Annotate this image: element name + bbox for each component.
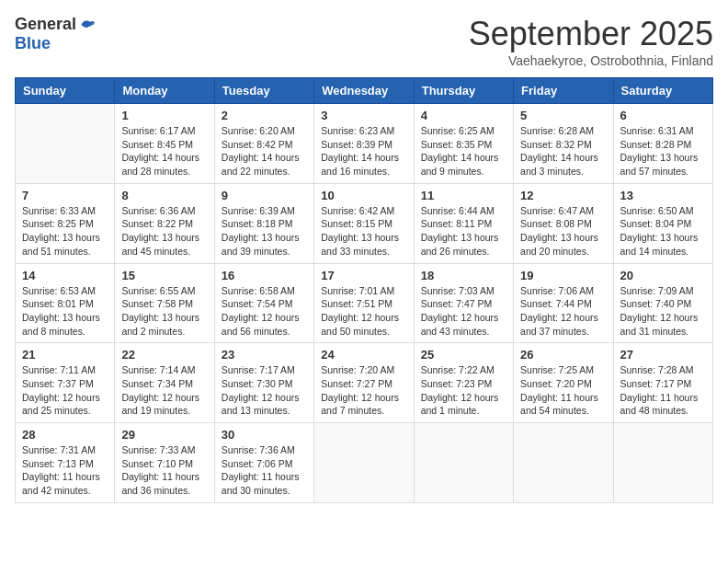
- day-info: Sunrise: 7:28 AMSunset: 7:17 PMDaylight:…: [620, 363, 706, 418]
- day-info: Sunrise: 7:09 AMSunset: 7:40 PMDaylight:…: [620, 284, 706, 339]
- day-number: 21: [22, 348, 108, 362]
- day-info: Sunrise: 7:33 AMSunset: 7:10 PMDaylight:…: [121, 443, 207, 498]
- day-info: Sunrise: 6:50 AMSunset: 8:04 PMDaylight:…: [620, 204, 706, 259]
- day-number: 6: [620, 109, 706, 122]
- day-info: Sunrise: 7:01 AMSunset: 7:51 PMDaylight:…: [321, 284, 406, 339]
- calendar-cell: 22Sunrise: 7:14 AMSunset: 7:34 PMDayligh…: [115, 343, 214, 423]
- calendar-cell: 4Sunrise: 6:25 AMSunset: 8:35 PMDaylight…: [414, 104, 513, 184]
- calendar-cell: 14Sunrise: 6:53 AMSunset: 8:01 PMDayligh…: [16, 263, 115, 343]
- calendar-cell: 27Sunrise: 7:28 AMSunset: 7:17 PMDayligh…: [613, 343, 712, 423]
- day-info: Sunrise: 6:44 AMSunset: 8:11 PMDaylight:…: [421, 204, 506, 259]
- calendar-cell: 26Sunrise: 7:25 AMSunset: 7:20 PMDayligh…: [514, 343, 613, 423]
- day-number: 2: [222, 109, 307, 122]
- day-number: 20: [620, 269, 706, 282]
- day-info: Sunrise: 7:14 AMSunset: 7:34 PMDaylight:…: [121, 363, 207, 418]
- day-info: Sunrise: 6:28 AMSunset: 8:32 PMDaylight:…: [520, 124, 606, 178]
- calendar-cell: 3Sunrise: 6:23 AMSunset: 8:39 PMDaylight…: [314, 104, 414, 184]
- day-number: 30: [222, 428, 307, 442]
- day-number: 13: [620, 189, 706, 202]
- day-number: 15: [121, 269, 207, 282]
- month-title: September 2025: [469, 15, 713, 53]
- column-header-sunday: Sunday: [16, 78, 115, 104]
- day-info: Sunrise: 7:20 AMSunset: 7:27 PMDaylight:…: [321, 363, 406, 418]
- calendar-cell: [613, 423, 712, 503]
- calendar-cell: 8Sunrise: 6:36 AMSunset: 8:22 PMDaylight…: [115, 183, 214, 263]
- day-number: 17: [321, 269, 406, 282]
- day-number: 18: [421, 269, 506, 282]
- column-header-thursday: Thursday: [414, 78, 513, 104]
- calendar-cell: 13Sunrise: 6:50 AMSunset: 8:04 PMDayligh…: [613, 183, 712, 263]
- day-info: Sunrise: 7:36 AMSunset: 7:06 PMDaylight:…: [222, 443, 307, 498]
- calendar-cell: 9Sunrise: 6:39 AMSunset: 8:18 PMDaylight…: [214, 183, 313, 263]
- day-info: Sunrise: 6:36 AMSunset: 8:22 PMDaylight:…: [121, 204, 207, 259]
- day-info: Sunrise: 6:31 AMSunset: 8:28 PMDaylight:…: [620, 124, 706, 178]
- calendar-cell: 10Sunrise: 6:42 AMSunset: 8:15 PMDayligh…: [314, 183, 414, 263]
- column-header-saturday: Saturday: [613, 78, 712, 104]
- day-number: 12: [520, 189, 606, 202]
- day-number: 23: [222, 348, 307, 362]
- day-number: 19: [520, 269, 606, 282]
- calendar-cell: 18Sunrise: 7:03 AMSunset: 7:47 PMDayligh…: [414, 263, 513, 343]
- day-number: 24: [321, 348, 406, 362]
- day-number: 9: [222, 189, 307, 202]
- day-info: Sunrise: 6:33 AMSunset: 8:25 PMDaylight:…: [22, 204, 108, 259]
- day-info: Sunrise: 7:06 AMSunset: 7:44 PMDaylight:…: [520, 284, 606, 339]
- day-info: Sunrise: 7:31 AMSunset: 7:13 PMDaylight:…: [22, 443, 108, 498]
- day-info: Sunrise: 6:42 AMSunset: 8:15 PMDaylight:…: [321, 204, 406, 259]
- calendar-cell: 7Sunrise: 6:33 AMSunset: 8:25 PMDaylight…: [16, 183, 115, 263]
- column-header-wednesday: Wednesday: [314, 78, 414, 104]
- calendar-cell: 5Sunrise: 6:28 AMSunset: 8:32 PMDaylight…: [514, 104, 613, 184]
- day-number: 25: [421, 348, 506, 362]
- calendar-cell: 21Sunrise: 7:11 AMSunset: 7:37 PMDayligh…: [16, 343, 115, 423]
- column-header-monday: Monday: [115, 78, 214, 104]
- calendar-cell: 25Sunrise: 7:22 AMSunset: 7:23 PMDayligh…: [414, 343, 513, 423]
- day-info: Sunrise: 7:11 AMSunset: 7:37 PMDaylight:…: [22, 363, 108, 418]
- page-header: General Blue September 2025 Vaehaekyroe,…: [15, 15, 713, 68]
- day-number: 8: [121, 189, 207, 202]
- day-info: Sunrise: 6:58 AMSunset: 7:54 PMDaylight:…: [222, 284, 307, 339]
- logo-bird-icon: [78, 16, 97, 34]
- calendar-cell: 20Sunrise: 7:09 AMSunset: 7:40 PMDayligh…: [613, 263, 712, 343]
- calendar-cell: [314, 423, 414, 503]
- day-number: 27: [620, 348, 706, 362]
- day-number: 11: [421, 189, 506, 202]
- calendar-cell: 1Sunrise: 6:17 AMSunset: 8:45 PMDaylight…: [115, 104, 214, 184]
- day-info: Sunrise: 6:20 AMSunset: 8:42 PMDaylight:…: [222, 124, 307, 178]
- day-number: 16: [222, 269, 307, 282]
- calendar-cell: 15Sunrise: 6:55 AMSunset: 7:58 PMDayligh…: [115, 263, 214, 343]
- week-row-5: 28Sunrise: 7:31 AMSunset: 7:13 PMDayligh…: [16, 423, 713, 503]
- day-info: Sunrise: 7:03 AMSunset: 7:47 PMDaylight:…: [421, 284, 506, 339]
- day-number: 26: [520, 348, 606, 362]
- calendar-cell: 19Sunrise: 7:06 AMSunset: 7:44 PMDayligh…: [514, 263, 613, 343]
- day-info: Sunrise: 6:55 AMSunset: 7:58 PMDaylight:…: [121, 284, 207, 339]
- day-number: 5: [520, 109, 606, 122]
- week-row-4: 21Sunrise: 7:11 AMSunset: 7:37 PMDayligh…: [16, 343, 713, 423]
- day-info: Sunrise: 6:39 AMSunset: 8:18 PMDaylight:…: [222, 204, 307, 259]
- logo: General Blue: [15, 15, 97, 53]
- week-row-3: 14Sunrise: 6:53 AMSunset: 8:01 PMDayligh…: [16, 263, 713, 343]
- day-number: 4: [421, 109, 506, 122]
- calendar-cell: 28Sunrise: 7:31 AMSunset: 7:13 PMDayligh…: [16, 423, 115, 503]
- calendar-table: SundayMondayTuesdayWednesdayThursdayFrid…: [15, 77, 713, 503]
- day-info: Sunrise: 6:23 AMSunset: 8:39 PMDaylight:…: [321, 124, 406, 178]
- column-header-friday: Friday: [514, 78, 613, 104]
- calendar-cell: 30Sunrise: 7:36 AMSunset: 7:06 PMDayligh…: [214, 423, 313, 503]
- day-number: 22: [121, 348, 207, 362]
- week-row-2: 7Sunrise: 6:33 AMSunset: 8:25 PMDaylight…: [16, 183, 713, 263]
- calendar-cell: [414, 423, 513, 503]
- column-header-tuesday: Tuesday: [214, 78, 313, 104]
- day-info: Sunrise: 7:22 AMSunset: 7:23 PMDaylight:…: [421, 363, 506, 418]
- day-number: 29: [121, 428, 207, 442]
- logo-blue-text: Blue: [15, 34, 51, 53]
- calendar-cell: 17Sunrise: 7:01 AMSunset: 7:51 PMDayligh…: [314, 263, 414, 343]
- calendar-cell: [16, 104, 115, 184]
- title-block: September 2025 Vaehaekyroe, Ostrobothnia…: [469, 15, 713, 68]
- calendar-cell: 24Sunrise: 7:20 AMSunset: 7:27 PMDayligh…: [314, 343, 414, 423]
- day-number: 14: [22, 269, 108, 282]
- location-subtitle: Vaehaekyroe, Ostrobothnia, Finland: [469, 53, 713, 68]
- day-info: Sunrise: 6:17 AMSunset: 8:45 PMDaylight:…: [121, 124, 207, 178]
- day-info: Sunrise: 7:17 AMSunset: 7:30 PMDaylight:…: [222, 363, 307, 418]
- day-info: Sunrise: 6:47 AMSunset: 8:08 PMDaylight:…: [520, 204, 606, 259]
- day-info: Sunrise: 6:25 AMSunset: 8:35 PMDaylight:…: [421, 124, 506, 178]
- calendar-cell: 6Sunrise: 6:31 AMSunset: 8:28 PMDaylight…: [613, 104, 712, 184]
